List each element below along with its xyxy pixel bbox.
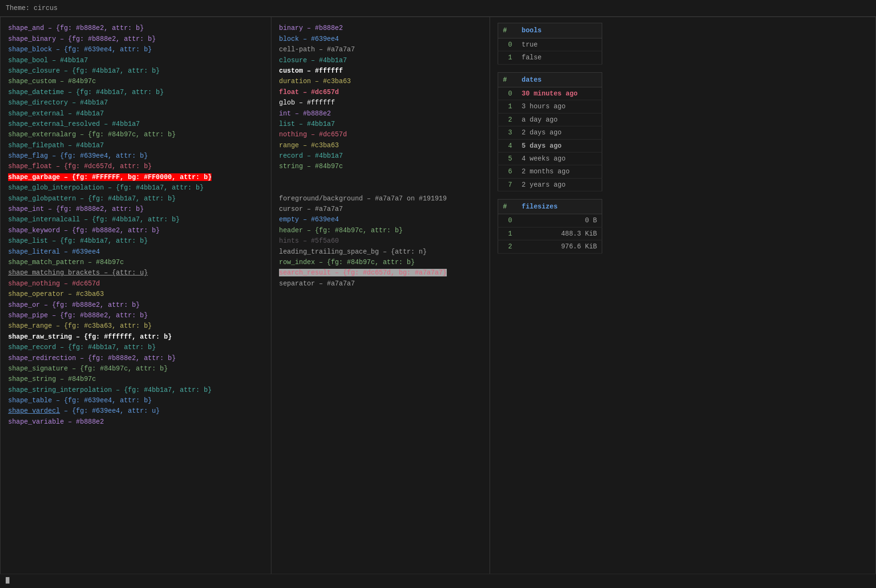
- list-item: separator – #a7a7a7: [279, 278, 482, 289]
- list-item: shape_internalcall – {fg: #4bb1a7, attr:…: [8, 214, 263, 225]
- row-value: 488.3 KiB: [517, 227, 602, 240]
- list-item: shape_flag – {fg: #639ee4, attr: b}: [8, 151, 263, 161]
- filesizes-index-header: #: [498, 199, 517, 214]
- row-value: 0 B: [517, 214, 602, 227]
- filesizes-table: # filesizes 0 0 B 1 488.3 KiB 2 976.6 Ki…: [498, 199, 602, 254]
- list-item: nothing – #dc657d: [279, 129, 482, 140]
- list-item: shape_signature – {fg: #84b97c, attr: b}: [8, 363, 263, 374]
- dates-index-header: #: [498, 72, 517, 87]
- dates-table: # dates 0 30 minutes ago 1 3 hours ago 2…: [498, 72, 602, 192]
- theme-name: circus: [34, 4, 58, 12]
- row-index: 2: [498, 113, 517, 126]
- list-item: shape_range – {fg: #c3ba63, attr: b}: [8, 321, 263, 331]
- left-panel: shape_and – {fg: #b888e2, attr: b} shape…: [0, 17, 271, 588]
- row-value: 976.6 KiB: [517, 240, 602, 253]
- list-item: shape_string_interpolation – {fg: #4bb1a…: [8, 385, 263, 395]
- list-item: list – #4bb1a7: [279, 119, 482, 129]
- row-value: true: [517, 38, 602, 51]
- list-item: cursor – #a7a7a7: [279, 204, 482, 214]
- row-index: 3: [498, 126, 517, 139]
- list-item: shape_externalarg – {fg: #84b97c, attr: …: [8, 129, 263, 140]
- row-index: 1: [498, 100, 517, 113]
- row-value: 30 minutes ago: [517, 87, 602, 100]
- list-item: shape_custom – #84b97c: [8, 76, 263, 86]
- middle-panel: binary – #b888e2 block – #639ee4 cell-pa…: [271, 17, 490, 588]
- list-item: float – #dc657d: [279, 87, 482, 97]
- bools-table: # bools 0 true 1 false: [498, 23, 602, 64]
- list-item: shape_raw_string – {fg: #ffffff, attr: b…: [8, 332, 263, 342]
- row-index: 4: [498, 139, 517, 152]
- table-row: 0 0 B: [498, 214, 602, 227]
- list-item: hints – #5f5a60: [279, 236, 482, 246]
- list-item-garbage: shape_garbage – {fg: #FFFFFF, bg: #FF000…: [8, 172, 263, 182]
- table-row: 0 true: [498, 38, 602, 51]
- list-item: record – #4bb1a7: [279, 151, 482, 161]
- table-row: 1 3 hours ago: [498, 100, 602, 113]
- list-item: leading_trailing_space_bg – {attr: n}: [279, 247, 482, 257]
- list-item: shape_datetime – {fg: #4bb1a7, attr: b}: [8, 87, 263, 97]
- list-item: shape_table – {fg: #639ee4, attr: b}: [8, 395, 263, 406]
- list-item: shape_literal – #639ee4: [8, 247, 263, 257]
- list-item: shape_redirection – {fg: #b888e2, attr: …: [8, 353, 263, 363]
- row-value: 3 hours ago: [517, 100, 602, 113]
- list-item: header – {fg: #84b97c, attr: b}: [279, 225, 482, 236]
- list-item: shape_operator – #c3ba63: [8, 289, 263, 299]
- table-row: 4 5 days ago: [498, 139, 602, 152]
- list-item: block – #639ee4: [279, 34, 482, 44]
- list-item: shape_external_resolved – #4bb1a7: [8, 119, 263, 129]
- list-item-search: search_result – {fg: #dc657d, bg: #a7a7a…: [279, 267, 482, 278]
- row-value: a day ago: [517, 113, 602, 126]
- list-item: string – #84b97c: [279, 161, 482, 171]
- table-row: 2 a day ago: [498, 113, 602, 126]
- table-row: 1 488.3 KiB: [498, 227, 602, 240]
- theme-label: Theme:: [6, 4, 29, 12]
- dates-value-header: dates: [517, 72, 602, 87]
- row-value: 4 weeks ago: [517, 152, 602, 165]
- list-item: range – #c3ba63: [279, 140, 482, 151]
- table-row: 6 2 months ago: [498, 165, 602, 178]
- row-index: 0: [498, 87, 517, 100]
- right-panel: # bools 0 true 1 false # dates: [490, 17, 876, 588]
- list-item: shape_globpattern – {fg: #4bb1a7, attr: …: [8, 193, 263, 204]
- table-row: 5 4 weeks ago: [498, 152, 602, 165]
- list-item: shape_or – {fg: #b888e2, attr: b}: [8, 300, 263, 310]
- list-item: shape_pipe – {fg: #b888e2, attr: b}: [8, 310, 263, 321]
- table-row: 0 30 minutes ago: [498, 87, 602, 100]
- theme-header: Theme: circus: [0, 0, 876, 17]
- row-index: 5: [498, 152, 517, 165]
- list-item: shape_filepath – #4bb1a7: [8, 140, 263, 151]
- list-item: row_index – {fg: #84b97c, attr: b}: [279, 257, 482, 267]
- list-item: shape_record – {fg: #4bb1a7, attr: b}: [8, 342, 263, 352]
- list-item: shape_binary – {fg: #b888e2, attr: b}: [8, 34, 263, 44]
- row-index: 1: [498, 51, 517, 64]
- list-item: shape_keyword – {fg: #b888e2, attr: b}: [8, 225, 263, 236]
- row-value: false: [517, 51, 602, 64]
- list-item: closure – #4bb1a7: [279, 55, 482, 66]
- row-index: 1: [498, 227, 517, 240]
- list-item: shape_directory – #4bb1a7: [8, 97, 263, 108]
- bools-value-header: bools: [517, 23, 602, 38]
- list-item: shape_int – {fg: #b888e2, attr: b}: [8, 204, 263, 214]
- cursor-indicator: █: [6, 577, 10, 584]
- list-item: shape_and – {fg: #b888e2, attr: b}: [8, 23, 263, 33]
- row-index: 0: [498, 38, 517, 51]
- list-item: shape_float – {fg: #dc657d, attr: b}: [8, 161, 263, 171]
- list-item: foreground/background – #a7a7a7 on #1919…: [279, 193, 482, 204]
- list-item: binary – #b888e2: [279, 23, 482, 33]
- table-row: 2 976.6 KiB: [498, 240, 602, 253]
- row-value: 2 years ago: [517, 178, 602, 191]
- list-item: shape_matching_brackets – {attr: u}: [8, 267, 263, 278]
- list-item: cell-path – #a7a7a7: [279, 44, 482, 55]
- list-item: shape_closure – {fg: #4bb1a7, attr: b}: [8, 66, 263, 76]
- row-value: 2 months ago: [517, 165, 602, 178]
- table-row: 7 2 years ago: [498, 178, 602, 191]
- list-item: int – #b888e2: [279, 108, 482, 119]
- row-value: 2 days ago: [517, 126, 602, 139]
- row-index: 2: [498, 240, 517, 253]
- table-row: 3 2 days ago: [498, 126, 602, 139]
- table-row: 1 false: [498, 51, 602, 64]
- list-item: shape_match_pattern – #84b97c: [8, 257, 263, 267]
- list-item: shape_glob_interpolation – {fg: #4bb1a7,…: [8, 182, 263, 193]
- bools-index-header: #: [498, 23, 517, 38]
- main-container: shape_and – {fg: #b888e2, attr: b} shape…: [0, 17, 876, 588]
